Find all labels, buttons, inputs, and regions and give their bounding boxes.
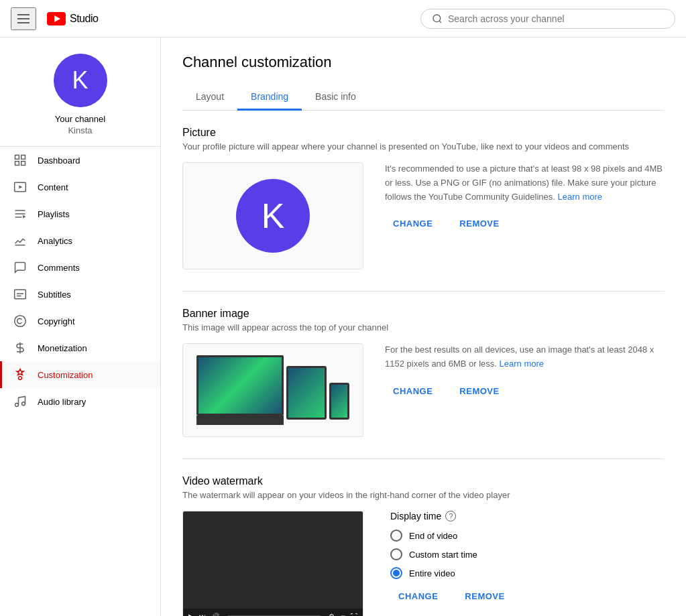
- copyright-icon: [13, 314, 27, 328]
- banner-learn-more-link[interactable]: Learn more: [500, 359, 544, 369]
- svg-point-17: [15, 316, 26, 327]
- monitor-stand: [196, 416, 284, 425]
- analytics-icon: [13, 234, 27, 247]
- watermark-action-buttons: CHANGE REMOVE: [390, 587, 513, 605]
- hamburger-menu[interactable]: [11, 7, 36, 30]
- sidebar-item-monetization[interactable]: Monetization: [0, 334, 160, 361]
- settings-icon: ⚙: [329, 613, 335, 616]
- tab-layout[interactable]: Layout: [182, 84, 237, 111]
- sidebar-item-copyright[interactable]: Copyright: [0, 308, 160, 334]
- radio-label-custom: Custom start time: [409, 550, 477, 560]
- svg-marker-8: [19, 186, 22, 189]
- sidebar-item-label: Content: [38, 182, 68, 192]
- svg-rect-6: [21, 162, 25, 166]
- sidebar-item-label: Analytics: [38, 236, 72, 246]
- sidebar-item-subtitles[interactable]: Subtitles: [0, 281, 160, 308]
- banner-remove-button[interactable]: REMOVE: [451, 382, 507, 400]
- svg-rect-14: [15, 290, 26, 298]
- search-bar[interactable]: [420, 9, 675, 29]
- sidebar-item-analytics[interactable]: Analytics: [0, 227, 160, 254]
- radio-label-end: End of video: [409, 531, 457, 541]
- banner-description: This image will appear across the top of…: [182, 322, 665, 332]
- svg-rect-4: [21, 156, 25, 160]
- dashboard-icon: [13, 153, 27, 167]
- banner-section: Banner image This image will appear acro…: [182, 308, 665, 437]
- picture-remove-button[interactable]: REMOVE: [451, 214, 507, 233]
- monetization-icon: [13, 341, 27, 355]
- picture-title: Picture: [182, 127, 665, 139]
- sidebar-item-label: Monetization: [38, 343, 87, 353]
- search-input[interactable]: [448, 13, 664, 24]
- help-icon[interactable]: ?: [445, 511, 456, 521]
- sidebar-item-label: Copyright: [38, 316, 75, 326]
- svg-point-2: [433, 15, 441, 22]
- radio-custom-start[interactable]: Custom start time: [390, 548, 513, 560]
- banner-preview-box: [182, 343, 363, 437]
- avatar: K: [54, 54, 107, 107]
- comments-icon: [13, 261, 27, 274]
- watermark-description: The watermark will appear on your videos…: [182, 490, 665, 500]
- picture-info-text: It's recommended to use a picture that's…: [385, 162, 665, 204]
- main-content: Channel customization Layout Branding Ba…: [161, 38, 686, 616]
- content-icon: [13, 180, 27, 194]
- picture-section: Picture Your profile picture will appear…: [182, 127, 665, 269]
- skip-icon: ⏭: [199, 613, 206, 616]
- youtube-icon: [47, 12, 66, 25]
- profile-preview-avatar: K: [236, 179, 310, 253]
- picture-description: Your profile picture will appear where y…: [182, 141, 665, 151]
- radio-label-entire: Entire video: [409, 568, 455, 578]
- picture-change-button[interactable]: CHANGE: [385, 214, 441, 233]
- radio-circle-end: [390, 530, 402, 542]
- display-time-section: Display time ? End of video Custom start…: [390, 511, 513, 605]
- monitor-device: [196, 355, 284, 416]
- svg-rect-3: [15, 156, 19, 160]
- fullscreen-icon: ⛶: [351, 613, 357, 616]
- banner-action-buttons: CHANGE REMOVE: [385, 382, 665, 400]
- tab-branding[interactable]: Branding: [237, 84, 302, 111]
- sidebar-item-label: Audio library: [38, 397, 86, 407]
- banner-info-text: For the best results on all devices, use…: [385, 343, 665, 371]
- tabs-bar: Layout Branding Basic info: [182, 84, 665, 111]
- subtitles-icon: [13, 288, 27, 301]
- display-time-title: Display time ?: [390, 511, 513, 521]
- your-channel-label: Your channel: [55, 114, 105, 124]
- svg-marker-12: [23, 215, 25, 219]
- play-icon: ▶: [188, 613, 194, 616]
- tab-basic-info[interactable]: Basic info: [302, 84, 369, 111]
- radio-circle-entire: [390, 567, 402, 579]
- sidebar-item-audio-library[interactable]: Audio library: [0, 388, 160, 415]
- sidebar: K Your channel Kinsta Dashboard: [0, 38, 161, 616]
- watermark-preview-box: ▶ ⏭ 🔊 ⚙ ▱ ⛶: [182, 511, 363, 616]
- banner-info: For the best results on all devices, use…: [385, 343, 665, 400]
- sidebar-nav: Dashboard Content: [0, 147, 160, 415]
- playlists-icon: [13, 207, 27, 221]
- svg-point-19: [19, 377, 22, 380]
- app-header: Studio: [0, 0, 686, 38]
- phone-device: [329, 383, 349, 420]
- picture-learn-more-link[interactable]: Learn more: [558, 192, 602, 202]
- channel-name: Kinsta: [68, 125, 92, 135]
- page-title: Channel customization: [182, 54, 665, 71]
- radio-end-of-video[interactable]: End of video: [390, 530, 513, 542]
- banner-devices: [191, 350, 355, 430]
- banner-change-button[interactable]: CHANGE: [385, 382, 441, 400]
- tablet-device: [286, 366, 327, 420]
- logo: Studio: [47, 12, 98, 25]
- customization-icon: [13, 368, 27, 381]
- radio-entire-video[interactable]: Entire video: [390, 567, 513, 579]
- sidebar-item-label: Comments: [38, 263, 80, 273]
- sidebar-item-content[interactable]: Content: [0, 174, 160, 200]
- watermark-title: Video watermark: [182, 475, 665, 487]
- watermark-change-button[interactable]: CHANGE: [390, 587, 446, 605]
- sidebar-item-playlists[interactable]: Playlists: [0, 200, 160, 227]
- sidebar-item-label: Customization: [38, 370, 93, 380]
- sidebar-item-label: Subtitles: [38, 290, 71, 300]
- svg-point-20: [15, 404, 19, 407]
- sidebar-item-comments[interactable]: Comments: [0, 254, 160, 281]
- sidebar-item-customization[interactable]: Customization: [0, 361, 160, 388]
- sidebar-item-dashboard[interactable]: Dashboard: [0, 147, 160, 174]
- radio-circle-custom: [390, 548, 402, 560]
- miniplayer-icon: ▱: [340, 613, 345, 616]
- svg-rect-5: [15, 162, 19, 166]
- watermark-remove-button[interactable]: REMOVE: [457, 587, 512, 605]
